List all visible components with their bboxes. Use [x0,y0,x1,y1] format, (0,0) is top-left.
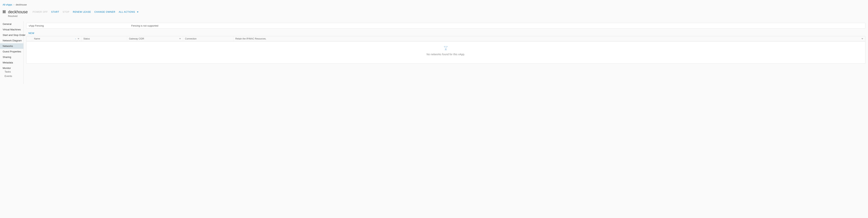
sidebar-item-general[interactable]: General [0,21,23,27]
empty-state: No networks found for this vApp. [26,41,865,63]
column-name[interactable]: Name ↑ [32,36,82,41]
renew-lease-button[interactable]: RENEW LEASE [73,11,91,13]
page-header: deckhouse Resolved POWER OFF START STOP … [0,8,868,21]
action-bar: POWER OFF START STOP RENEW LEASE CHANGE … [33,11,138,13]
filter-icon[interactable] [861,38,863,39]
main-content: vApp Fencing Fencing is not supported NE… [24,21,868,84]
sidebar-item-metadata[interactable]: Metadata [0,60,23,65]
funnel-icon [443,45,448,50]
breadcrumb: All vApps › deckhouse [0,0,868,8]
fencing-row: vApp Fencing Fencing is not supported [26,23,865,29]
sidebar-item-tasks[interactable]: Tasks [0,69,23,74]
sidebar-item-events[interactable]: Events [0,74,23,78]
column-connection[interactable]: Connection [183,36,234,41]
column-status[interactable]: Status [82,36,127,41]
fencing-value: Fencing is not supported [129,23,160,29]
stop-button: STOP [63,11,69,13]
column-name-label: Name [34,37,40,40]
filter-icon[interactable] [78,38,80,39]
sidebar-item-start-stop-order[interactable]: Start and Stop Order [0,32,23,38]
sidebar-group-monitor: Monitor [0,65,23,69]
svg-point-0 [445,50,447,50]
breadcrumb-root-link[interactable]: All vApps [3,3,12,6]
networks-grid: Name ↑ Status Gateway CIDR Connection [26,36,865,64]
column-gateway-label: Gateway CIDR [129,37,144,40]
filter-icon[interactable] [179,38,181,39]
power-off-button: POWER OFF [33,11,48,13]
column-status-label: Status [83,37,90,40]
fencing-label: vApp Fencing [26,23,129,29]
column-connection-label: Connection [185,37,196,40]
column-gateway-cidr[interactable]: Gateway CIDR [127,36,183,41]
all-actions-label: ALL ACTIONS [119,11,135,13]
new-button[interactable]: NEW [29,32,34,35]
column-retain-label: Retain the IP/MAC Resources. [235,37,266,40]
page-title: deckhouse [8,9,28,14]
status-label: Resolved [8,15,28,18]
breadcrumb-current: deckhouse [16,3,27,6]
title-block: deckhouse Resolved [8,9,28,18]
sidebar: General Virtual Machines Start and Stop … [0,21,24,84]
sidebar-item-sharing[interactable]: Sharing [0,54,23,60]
column-retain[interactable]: Retain the IP/MAC Resources. [234,36,865,41]
empty-state-text: No networks found for this vApp. [26,53,865,56]
sort-ascending-icon[interactable]: ↑ [75,38,76,40]
column-prefix [26,36,32,41]
change-owner-button[interactable]: CHANGE OWNER [94,11,115,13]
all-actions-button[interactable]: ALL ACTIONS [119,11,138,13]
sidebar-item-networks[interactable]: Networks [0,43,23,49]
sidebar-item-network-diagram[interactable]: Network Diagram [0,38,23,43]
sidebar-item-guest-properties[interactable]: Guest Properties [0,49,23,54]
start-button[interactable]: START [51,11,59,13]
chevron-right-icon: › [13,3,14,6]
sidebar-item-virtual-machines[interactable]: Virtual Machines [0,27,23,32]
chevron-down-icon [137,11,138,12]
grid-header: Name ↑ Status Gateway CIDR Connection [26,36,865,41]
vapp-icon [3,10,6,13]
